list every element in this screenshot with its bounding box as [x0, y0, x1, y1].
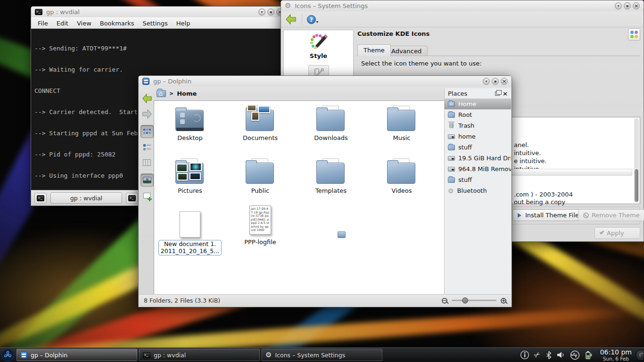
breadcrumb-home[interactable]: Home [177, 90, 197, 97]
close-panel-icon[interactable]: × [503, 90, 508, 97]
remove-theme-button[interactable]: Remove Theme [578, 209, 644, 221]
dolphin-statusbar: 8 Folders, 2 Files (3.3 KiB) − + [139, 294, 511, 306]
panel-cashew-button[interactable]: ☾ [636, 349, 644, 361]
dot-icon [630, 35, 634, 38]
places-header: Places × [445, 88, 511, 99]
battery-icon[interactable] [585, 351, 593, 360]
minimize-button[interactable]: ▾ [483, 78, 490, 85]
folder-icon [448, 112, 455, 118]
tab-list-button[interactable]: >_ [126, 193, 138, 204]
zoom-slider[interactable] [452, 300, 496, 301]
preview-button[interactable] [140, 173, 154, 187]
places-label: Root [458, 111, 472, 118]
folder-item[interactable]: Documents [225, 105, 296, 141]
minimize-button[interactable]: ▾ [258, 8, 265, 16]
folder-item[interactable]: Pictures [155, 157, 225, 194]
volume-icon[interactable] [557, 351, 565, 359]
launcher-button[interactable] [1, 348, 15, 362]
dolphin-file-view[interactable]: Desktop Documents Downloads Music [154, 100, 446, 295]
system-settings-toolbar: ? ▾ [281, 12, 644, 27]
menu-bookmarks[interactable]: Bookmarks [96, 20, 139, 27]
places-item-stuff[interactable]: stuff [445, 142, 511, 153]
menu-file[interactable]: File [33, 20, 52, 27]
close-button[interactable]: × [501, 78, 508, 85]
folder-label: Desktop [155, 134, 225, 141]
maximize-button[interactable]: ▪ [492, 78, 499, 85]
columns-view-icon [143, 159, 151, 166]
zoom-in-button[interactable]: + [501, 298, 506, 304]
zoom-slider-handle[interactable] [462, 297, 468, 304]
overview-button[interactable] [628, 28, 640, 41]
remove-theme-label: Remove Theme [592, 212, 640, 219]
theme-description: out being a copy [514, 198, 565, 206]
folder-item[interactable]: Music [366, 105, 437, 141]
dolphin-titlebar[interactable]: gp – Dolphin ▾ ▪ × [139, 76, 512, 87]
tab-theme[interactable]: Theme [357, 44, 391, 56]
notifications-info-icon[interactable] [520, 350, 529, 360]
split-view-button[interactable] [140, 189, 154, 202]
terminal-icon: >_ [128, 195, 136, 201]
breadcrumb-separator: > [169, 90, 173, 97]
file-item-selected[interactable]: New document 1. 2011_01_20_16_5... [155, 206, 225, 255]
status-text: 8 Folders, 2 Files (3.3 KiB) [144, 297, 220, 304]
places-item-stuff2[interactable]: stuff [445, 174, 511, 185]
konsole-tab[interactable]: gp : wvdial [50, 192, 122, 204]
klipper-scissors-icon[interactable]: ✂ [533, 350, 542, 360]
menu-settings[interactable]: Settings [138, 20, 172, 27]
forward-icon [141, 108, 153, 120]
icons-view-button[interactable] [140, 125, 154, 138]
toolbar-separator [302, 14, 302, 25]
help-button[interactable]: ? ▾ [307, 15, 318, 24]
scrollbar-thumb[interactable] [635, 169, 638, 202]
folder-item[interactable]: Public [225, 157, 296, 194]
details-view-button[interactable] [140, 140, 154, 154]
back-icon [141, 93, 153, 104]
menu-view[interactable]: View [73, 20, 96, 27]
task-konsole[interactable]: >_ gp : wvdial [139, 349, 260, 361]
home-folder-icon[interactable]: ⌂ [157, 90, 166, 97]
menu-edit[interactable]: Edit [52, 20, 73, 27]
places-item-root[interactable]: Root [445, 109, 511, 120]
zoom-out-button[interactable]: − [442, 298, 447, 304]
theme-list-row: anel. [514, 141, 529, 148]
new-tab-button[interactable]: >_ [34, 193, 47, 204]
columns-view-button[interactable] [140, 156, 154, 169]
folder-item[interactable]: Desktop [155, 105, 225, 141]
places-label: Bluetooth [457, 187, 487, 194]
apply-button[interactable]: Apply [594, 227, 640, 239]
menu-help[interactable]: Help [172, 20, 195, 27]
clock[interactable]: 06:10 pm Sun, 6 Feb [600, 348, 632, 362]
document-icon [180, 211, 200, 238]
maximize-button[interactable]: ▪ [624, 2, 631, 9]
maximize-button[interactable]: ▪ [267, 8, 274, 16]
file-item[interactable]: Jan 17 09:47:18 gp-Aspire-5738 pppd[1946… [225, 206, 296, 246]
minimize-button[interactable]: ▾ [615, 2, 622, 9]
usb-device-icon[interactable] [570, 350, 580, 360]
folder-item[interactable]: Videos [366, 157, 437, 194]
scrollbar[interactable] [634, 118, 639, 203]
bluetooth-icon[interactable] [545, 351, 552, 360]
icons-view-icon [143, 128, 151, 135]
task-dolphin[interactable]: gp – Dolphin [17, 349, 137, 361]
folder-item[interactable]: Downloads [296, 105, 366, 141]
folder-item[interactable]: Templates [296, 157, 366, 194]
folder-icon [245, 157, 275, 185]
places-item-harddrive[interactable]: 19.5 GiB Hard Drive [445, 153, 511, 164]
places-item-bluetooth[interactable]: ⚙ Bluetooth [445, 185, 511, 196]
places-item-removable[interactable]: 964.8 MiB Remov... [445, 164, 511, 174]
places-item-trash[interactable]: Trash [445, 120, 511, 131]
forward-button[interactable] [140, 107, 154, 121]
task-system-settings[interactable]: ⚙ Icons – System Settings [262, 349, 382, 361]
close-button[interactable]: × [633, 2, 640, 9]
places-item-home-drive[interactable]: home [445, 131, 511, 142]
system-settings-titlebar[interactable]: ⚙ Icons – System Settings ▾ ▪ × [281, 0, 644, 11]
places-item-home[interactable]: ⌂ Home [445, 99, 511, 109]
float-panel-icon[interactable] [495, 91, 500, 96]
page-title: Customize KDE Icons [357, 30, 429, 37]
back-button[interactable] [285, 13, 297, 25]
back-button[interactable] [140, 92, 154, 105]
konsole-titlebar[interactable]: >_ gp : wvdial ▾ ▪ × [31, 7, 287, 17]
sidebar-item-style[interactable]: Style [284, 30, 353, 59]
tab-advanced[interactable]: Advanced [385, 46, 428, 56]
apply-label: Apply [607, 230, 624, 237]
